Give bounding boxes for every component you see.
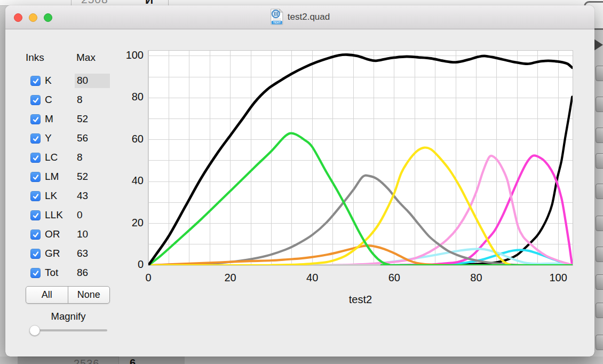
ink-max-value[interactable]: 0 [77, 209, 83, 221]
ink-name-label: LK [45, 190, 57, 202]
ink-row-gr: GR63 [26, 244, 119, 264]
select-button-group: All None [26, 286, 110, 304]
check-icon [32, 173, 39, 181]
curve-or [148, 246, 572, 265]
check-icon [32, 154, 39, 162]
y-tick-40: 40 [115, 175, 144, 187]
ink-name-label: LLK [45, 209, 63, 221]
ink-name-label: LM [45, 171, 59, 183]
checkbox-c[interactable] [30, 95, 41, 105]
ink-row-tot: Tot86 [26, 264, 119, 283]
check-icon [32, 77, 39, 85]
check-icon [32, 270, 39, 277]
checkbox-k[interactable] [30, 76, 41, 86]
magnify-label: Magnify [29, 311, 107, 322]
zoom-button[interactable] [44, 13, 52, 22]
background-cell-divider [168, 0, 169, 5]
background-side-button-8[interactable] [596, 274, 603, 290]
chart-plot [148, 51, 573, 265]
background-side-button-9[interactable] [596, 303, 603, 318]
ink-max-value[interactable]: 86 [77, 267, 88, 279]
y-tick-100: 100 [115, 49, 144, 61]
check-icon [32, 250, 39, 258]
checkbox-lk[interactable] [30, 191, 41, 201]
slider-track[interactable] [29, 329, 107, 331]
ink-row-or: OR10 [26, 225, 119, 244]
all-button[interactable]: All [26, 287, 68, 303]
inks-header: Inks [26, 52, 44, 64]
ink-max-value[interactable]: 8 [77, 152, 83, 163]
checkbox-llk[interactable] [30, 210, 41, 220]
ink-name-label: Y [45, 132, 52, 144]
y-tick-80: 80 [115, 91, 144, 103]
ink-name-label: C [45, 94, 52, 106]
ink-max-value[interactable]: 43 [77, 190, 88, 202]
x-tick-40: 40 [296, 272, 328, 284]
background-side-button-2[interactable] [596, 97, 603, 112]
ink-max-value[interactable]: 8 [77, 94, 83, 106]
ink-name-label: Tot [45, 267, 58, 279]
y-tick-0: 0 [115, 258, 144, 271]
titlebar[interactable]: TEXT test2.quad [5, 5, 594, 29]
background-side-button-1[interactable] [596, 66, 603, 81]
ink-max-value[interactable]: 80 [77, 75, 88, 86]
x-tick-100: 100 [542, 272, 574, 284]
ink-name-label: LC [45, 152, 58, 163]
x-tick-60: 60 [378, 272, 410, 284]
check-icon [32, 116, 39, 123]
ink-row-llk: LLK0 [26, 206, 119, 225]
minimize-button[interactable] [29, 13, 37, 22]
background-side-button-6[interactable] [596, 216, 603, 231]
checkbox-y[interactable] [30, 133, 41, 144]
background-side-button-7[interactable] [596, 247, 603, 262]
ink-max-value[interactable]: 56 [77, 132, 88, 144]
x-tick-20: 20 [215, 272, 247, 284]
ink-row-lm: LM52 [26, 168, 119, 187]
ink-name-label: GR [45, 248, 60, 259]
curve-lm [148, 156, 572, 265]
background-table-bottom-row: 2536 6 [0, 357, 603, 364]
close-button[interactable] [14, 13, 22, 22]
ink-row-m: M52 [26, 110, 119, 129]
window-title: test2.quad [288, 12, 330, 22]
screen: 2508 И 2536 6 [0, 0, 603, 364]
ink-row-lk: LK43 [26, 187, 119, 206]
checkbox-m[interactable] [30, 114, 41, 124]
quad-viewer-window: TEXT test2.quad Inks Max K80C8M52Y56LC8L… [5, 5, 594, 357]
background-cell-glyph: 6 [130, 357, 136, 364]
x-axis-label: test2 [148, 294, 573, 306]
ink-row-c: C8 [26, 91, 119, 110]
background-cell-divider [71, 0, 72, 5]
background-side-button-3[interactable] [596, 128, 603, 143]
checkbox-gr[interactable] [30, 249, 41, 259]
ink-max-value[interactable]: 63 [77, 248, 88, 259]
magnify-slider[interactable] [29, 325, 107, 336]
background-arrow-icon [594, 39, 603, 51]
ink-max-value[interactable]: 10 [77, 228, 88, 240]
ink-max-value[interactable]: 52 [77, 171, 88, 183]
checkbox-lm[interactable] [30, 172, 41, 182]
ink-name-label: K [45, 75, 52, 86]
check-icon [32, 135, 39, 143]
ink-row-lc: LC8 [26, 148, 119, 168]
background-side-button-4[interactable] [596, 153, 603, 169]
ink-name-label: OR [45, 228, 60, 240]
checkbox-tot[interactable] [30, 268, 41, 278]
ink-row-y: Y56 [26, 129, 119, 148]
y-tick-60: 60 [115, 133, 144, 145]
max-header: Max [76, 52, 96, 64]
check-icon [32, 212, 39, 219]
slider-thumb[interactable] [29, 325, 40, 336]
check-icon [32, 97, 39, 104]
y-tick-20: 20 [115, 217, 144, 229]
background-side-button-10[interactable] [596, 335, 603, 350]
ink-max-value[interactable]: 52 [77, 113, 88, 125]
none-button[interactable]: None [68, 287, 110, 303]
x-tick-80: 80 [460, 272, 492, 284]
background-side-button-5[interactable] [596, 184, 603, 199]
checkbox-or[interactable] [30, 230, 41, 240]
icon-badge-label: TEXT [273, 21, 281, 24]
checkbox-lc[interactable] [30, 153, 41, 163]
ink-name-label: M [45, 113, 53, 125]
title-group: TEXT test2.quad [270, 9, 330, 25]
